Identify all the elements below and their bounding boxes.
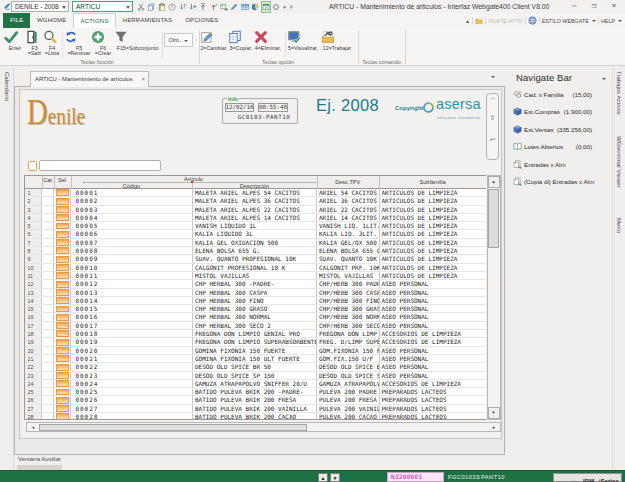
minimize-button[interactable]: – bbox=[564, 0, 584, 13]
cell-cat[interactable] bbox=[42, 396, 54, 403]
op12-trabajar-button[interactable]: 12=Trabajar bbox=[321, 30, 353, 51]
cell-subfamilia[interactable]: ASEO PERSONAL bbox=[380, 289, 487, 296]
sel-input-field[interactable] bbox=[56, 364, 69, 371]
cell-cat[interactable] bbox=[42, 280, 54, 287]
cell-desctpv[interactable]: CHP/HERB 300 FINO bbox=[317, 297, 380, 304]
sel-input-field[interactable] bbox=[56, 314, 69, 321]
cell-descripcion[interactable]: MALETA ARIEL ALPES 36 CACITOS bbox=[193, 197, 318, 204]
table-row[interactable]: 20 00020 GOMINA FIXONIA 150 FUERTE GOM.F… bbox=[25, 347, 486, 355]
cell-subfamilia[interactable]: ASEO PERSONAL bbox=[380, 322, 487, 329]
cell-cat[interactable] bbox=[42, 313, 54, 320]
cell-sel[interactable] bbox=[54, 230, 71, 237]
paste-icon[interactable] bbox=[158, 2, 166, 12]
cell-cat[interactable] bbox=[42, 388, 54, 395]
table-row[interactable]: 14 00014 CHP HERBAL 300 FINO CHP/HERB 30… bbox=[25, 297, 486, 305]
cell-descripcion[interactable]: MALETA ARIEL ALPES 54 CACITOS bbox=[193, 189, 318, 196]
floating-mini-toolbar[interactable]: ‒ ⇕ ↩ bbox=[486, 93, 499, 160]
sel-input-field[interactable] bbox=[56, 380, 69, 387]
cell-desctpv[interactable]: FREGONA DON LIMP bbox=[317, 330, 380, 337]
cell-subfamilia[interactable]: ASEO PERSONAL bbox=[380, 363, 487, 370]
cell-subfamilia[interactable]: ARTICULOS DE LIMPIEZA bbox=[380, 264, 487, 271]
cell-codigo[interactable]: 00011 bbox=[71, 272, 193, 279]
scroll-right-button[interactable]: ▸ bbox=[488, 423, 500, 431]
cell-desctpv[interactable]: GOM.FIXONIA 150 F bbox=[317, 347, 380, 354]
cell-cat[interactable] bbox=[42, 347, 54, 354]
cell-descripcion[interactable]: DESOD OLD SPICE BR 50 bbox=[193, 363, 318, 370]
restore-button[interactable]: ❐ bbox=[584, 0, 604, 13]
cell-descripcion[interactable]: SUAV. QUANTO PROFESIONAL 10K bbox=[193, 255, 318, 262]
grid-go-icon[interactable] bbox=[220, 2, 228, 12]
table-row[interactable]: 16 00016 CHP HERBAL 300 NORMAL CHP/HERB … bbox=[25, 313, 486, 321]
help-icon[interactable] bbox=[168, 2, 176, 12]
cell-descripcion[interactable]: GAMUZA ATRAPAPOLVO SNIFFER 20/U bbox=[193, 380, 318, 387]
sel-input-field[interactable] bbox=[56, 413, 69, 420]
cell-descripcion[interactable]: MISTOL VAJILLAS bbox=[193, 272, 318, 279]
tab-herramientas[interactable]: HERRAMIENTAS bbox=[116, 13, 179, 28]
cell-descripcion[interactable]: MALETA ARIEL ALPES 14 CACITOS bbox=[193, 214, 318, 221]
op3-copiar-button[interactable]: 3=Copiar, bbox=[228, 30, 254, 51]
cell-desctpv[interactable]: GOM.FIX.150 U/F bbox=[317, 355, 380, 362]
navigate-bar-item[interactable]: Est.Compras (1.900,00) bbox=[507, 106, 612, 123]
sort-down-icon[interactable] bbox=[179, 2, 187, 12]
cell-cat[interactable] bbox=[42, 380, 54, 387]
sel-input-field[interactable] bbox=[56, 397, 69, 404]
cell-subfamilia[interactable]: ARTICULOS DE LIMPIEZA bbox=[380, 206, 487, 213]
table-row[interactable]: 25 00025 BATIDO PULEVA BRIK 200 -PADRE- … bbox=[25, 388, 486, 396]
cell-codigo[interactable]: 00010 bbox=[71, 264, 193, 271]
cell-subfamilia[interactable]: ARTICULOS DE LIMPIEZA bbox=[380, 230, 487, 237]
cell-desctpv[interactable]: GAMUZA ATRAPAPOLV bbox=[317, 380, 380, 387]
sel-input-field[interactable] bbox=[56, 272, 69, 279]
sel-input-field[interactable] bbox=[56, 289, 69, 296]
cell-codigo[interactable]: 00022 bbox=[71, 363, 193, 370]
cell-subfamilia[interactable]: ASEO PERSONAL bbox=[380, 305, 487, 312]
close-tab-icon[interactable]: × bbox=[141, 72, 145, 87]
cell-codigo[interactable]: 00009 bbox=[71, 255, 193, 262]
cell-desctpv[interactable]: CHP/HERB 300 GRAS bbox=[317, 305, 380, 312]
cell-subfamilia[interactable]: ASEO PERSONAL bbox=[380, 280, 487, 287]
sel-input-field[interactable] bbox=[56, 256, 69, 263]
cell-sel[interactable] bbox=[54, 289, 71, 296]
sel-input-field[interactable] bbox=[56, 339, 69, 346]
table-row[interactable]: 6 00006 KALIA LIQUIDO 3L KALIA LIQ. 3LIT… bbox=[25, 230, 486, 238]
cell-descripcion[interactable]: CHP HERBAL 300 NORMAL bbox=[193, 313, 318, 320]
table-row[interactable]: 4 00004 MALETA ARIEL ALPES 14 CACITOS AR… bbox=[25, 214, 486, 222]
tab-opciones[interactable]: OPCIONES bbox=[179, 13, 225, 28]
cell-descripcion[interactable]: CHP HERBAL 300 GRASO bbox=[193, 305, 318, 312]
cell-desctpv[interactable]: PULEVA 200 CACAO bbox=[317, 413, 380, 420]
cell-desctpv[interactable]: CALGONIT PRF. 10K bbox=[317, 264, 380, 271]
help-menu[interactable]: HELP bbox=[601, 18, 615, 24]
cell-descripcion[interactable]: GOMINA FIXONIA 150 FUERTE bbox=[193, 347, 318, 354]
cell-sel[interactable] bbox=[54, 330, 71, 337]
cell-subfamilia[interactable]: ACCESORIOS DE LIMPIEZA bbox=[380, 338, 487, 345]
horizontal-scrollbar[interactable]: ◂ ▸ bbox=[26, 422, 501, 432]
arrow-up-bar-icon[interactable] bbox=[199, 2, 207, 12]
cell-descripcion[interactable]: DESOD OLD SPICE SP 150 bbox=[193, 372, 318, 379]
cell-cat[interactable] bbox=[42, 355, 54, 362]
sel-input-field[interactable] bbox=[56, 206, 69, 213]
cell-descripcion[interactable]: FREGONA DON LIMPIO GENIAL PRO bbox=[193, 330, 318, 337]
cell-codigo[interactable]: 00027 bbox=[71, 405, 193, 412]
cell-cat[interactable] bbox=[42, 363, 54, 370]
elevator-icon[interactable]: ⇕ bbox=[487, 114, 498, 122]
table-icon[interactable] bbox=[241, 2, 249, 12]
cell-sel[interactable] bbox=[54, 372, 71, 379]
sel-input-field[interactable] bbox=[56, 372, 69, 379]
cell-desctpv[interactable]: ARIEL 22 CACITOS bbox=[317, 206, 380, 213]
cell-sel[interactable] bbox=[54, 280, 71, 287]
tab-wghome[interactable]: WGHOME bbox=[30, 13, 73, 28]
navigate-bar-item[interactable]: Est.Ventas (335.256,00) bbox=[507, 124, 612, 141]
environment-combo[interactable]: DENILE - 2008 bbox=[11, 1, 69, 12]
table-row[interactable]: 10 00010 CALGONIT PROFESIONAL 10 K CALGO… bbox=[25, 264, 486, 272]
cell-cat[interactable] bbox=[42, 214, 54, 221]
qat-overflow-button[interactable]: ▾ bbox=[283, 4, 286, 10]
table-row[interactable]: 24 00024 GAMUZA ATRAPAPOLVO SNIFFER 20/U… bbox=[25, 380, 486, 388]
sel-input-field[interactable] bbox=[56, 231, 69, 238]
cell-descripcion[interactable]: CHP HERBAL 300 CASPA bbox=[193, 289, 318, 296]
cell-cat[interactable] bbox=[42, 264, 54, 271]
scroll-left-button[interactable]: ◂ bbox=[27, 423, 39, 431]
navigate-bar-menu-icon[interactable] bbox=[602, 78, 606, 80]
op5-visualizar-button[interactable]: 5=Visualizar, bbox=[287, 30, 319, 51]
table-row[interactable]: 7 00007 KALIA GEL OXIDACION 500 KALIA GE… bbox=[25, 239, 486, 247]
table-row[interactable]: 23 00023 DESOD OLD SPICE SP 150 DESOD OL… bbox=[25, 372, 486, 380]
cell-desctpv[interactable]: MISTOL VAJILLAS bbox=[317, 272, 380, 279]
